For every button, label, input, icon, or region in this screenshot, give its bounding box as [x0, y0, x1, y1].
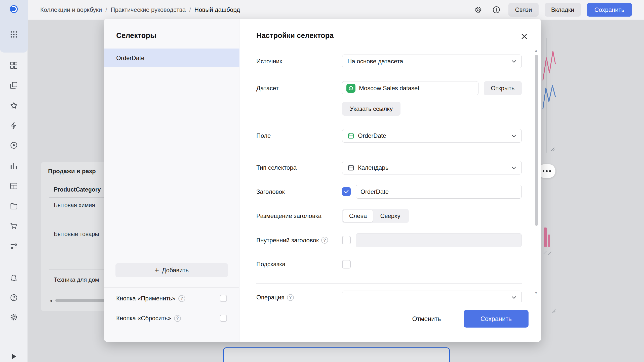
breadcrumb-workbook[interactable]: Практические руководства — [111, 6, 186, 13]
selector-type-label: Тип селектора — [256, 161, 297, 174]
sidebar-item-marketplace[interactable] — [8, 220, 20, 233]
section-divider — [256, 283, 522, 284]
plus-icon: + — [155, 267, 159, 274]
chevron-down-icon — [510, 294, 517, 301]
selectors-dialog: Селекторы OrderDate + Добавить Кнопка «П… — [104, 19, 541, 342]
dataset-label: Датасет — [256, 81, 279, 95]
help-icon[interactable]: ? — [174, 315, 181, 322]
top-bar: Коллекции и воркбуки / Практические руко… — [28, 0, 644, 20]
sidebar-item-charts[interactable] — [8, 160, 20, 172]
open-dataset-button[interactable]: Открыть — [484, 81, 522, 95]
dialog-scrollbar[interactable]: ▴ ▾ — [533, 48, 539, 295]
chevron-down-icon — [510, 58, 517, 65]
info-icon — [492, 6, 501, 14]
section-divider — [256, 153, 522, 153]
save-dashboard-button[interactable]: Сохранить — [587, 3, 632, 17]
close-icon — [519, 32, 529, 41]
reset-button-label: Кнопка «Сбросить» ? — [116, 311, 181, 325]
sidebar-item-dashboards[interactable] — [8, 180, 20, 192]
datalens-logo[interactable] — [8, 3, 20, 15]
sidebar-item-files[interactable] — [8, 200, 20, 212]
sidebar-item-services-settings[interactable] — [8, 240, 20, 253]
breadcrumb: Коллекции и воркбуки / Практические руко… — [40, 6, 240, 13]
specify-link-button[interactable]: Указать ссылку — [342, 102, 400, 116]
operation-label-text: Операция — [256, 294, 285, 301]
source-label-text: Источник — [256, 58, 282, 65]
apps-grid-icon — [10, 30, 18, 39]
sidebar-item-collections[interactable] — [8, 79, 20, 92]
apply-button-label: Кнопка «Применить» ? — [116, 291, 185, 305]
close-dialog-button[interactable] — [518, 30, 531, 43]
dataset-icon — [346, 84, 355, 93]
star-icon — [10, 101, 18, 110]
help-icon[interactable]: ? — [178, 295, 185, 302]
info-button[interactable] — [490, 4, 502, 16]
check-icon — [343, 189, 349, 195]
sidebar-item-favorites[interactable] — [8, 99, 20, 112]
title-checkbox[interactable] — [342, 187, 351, 196]
field-value: OrderDate — [358, 132, 386, 139]
cart-icon — [10, 222, 18, 231]
apply-button-text: Кнопка «Применить» — [116, 295, 175, 302]
inner-title-input[interactable] — [356, 233, 522, 247]
more-icon — [543, 170, 544, 172]
target-icon — [10, 141, 18, 150]
help-icon[interactable]: ? — [321, 237, 328, 244]
sliders-icon — [10, 242, 18, 251]
breadcrumb-collections[interactable]: Коллекции и воркбуки — [40, 6, 102, 13]
source-value: На основе датасета — [347, 58, 403, 65]
reset-button-checkbox[interactable] — [220, 315, 227, 322]
datalens-logo-icon — [10, 5, 18, 13]
title-placement-segmented: Слева Сверху — [342, 209, 409, 223]
sidebar-item-widgets[interactable] — [8, 59, 20, 72]
sidebar-item-datasets[interactable] — [8, 139, 20, 152]
collapse-panel-button[interactable] — [9, 351, 19, 361]
sidebar-item-support[interactable] — [8, 291, 20, 304]
placement-option-left[interactable]: Слева — [343, 210, 373, 222]
panel-divider — [104, 287, 239, 288]
apply-button-checkbox[interactable] — [220, 295, 227, 302]
settings-panel-title: Настройки селектора — [256, 31, 334, 40]
settings-button[interactable] — [472, 4, 484, 16]
sidebar-item-all-services[interactable] — [8, 28, 20, 41]
scroll-up-icon[interactable]: ▴ — [533, 48, 539, 53]
title-placement-label: Размещение заголовка — [256, 209, 321, 223]
sidebar-item-notifications[interactable] — [8, 271, 20, 284]
title-label: Заголовок — [256, 185, 285, 199]
placement-option-top[interactable]: Сверху — [373, 210, 408, 222]
sidebar-item-settings[interactable] — [8, 311, 20, 324]
squares-icon — [10, 61, 18, 70]
add-selector-label: Добавить — [162, 267, 189, 274]
left-nav-rail — [0, 0, 28, 362]
source-label: Источник — [256, 55, 282, 68]
chevron-down-icon — [510, 164, 517, 171]
selector-item-label: OrderDate — [116, 49, 144, 67]
dataset-name: Moscow Sales dataset — [359, 85, 419, 92]
add-selector-button[interactable]: + Добавить — [115, 263, 228, 277]
dataset-field[interactable]: Moscow Sales dataset — [342, 81, 478, 95]
selector-list-item-orderdate[interactable]: OrderDate — [104, 49, 239, 67]
sidebar-item-connections[interactable] — [8, 119, 20, 132]
selectors-panel-title: Селекторы — [116, 31, 156, 40]
hint-label: Подсказка — [256, 260, 286, 268]
chart-icon — [10, 162, 18, 170]
field-select[interactable]: OrderDate — [342, 129, 522, 143]
tabs-button[interactable]: Вкладки — [545, 3, 581, 17]
gear-icon — [10, 313, 18, 322]
cancel-button[interactable]: Отменить — [401, 310, 452, 328]
selector-type-select[interactable]: Календарь — [342, 161, 522, 174]
calendar-icon — [347, 164, 354, 171]
hint-checkbox[interactable] — [342, 260, 351, 268]
scroll-down-icon[interactable]: ▾ — [533, 290, 539, 295]
reset-button-text: Кнопка «Сбросить» — [116, 315, 171, 322]
help-icon[interactable]: ? — [287, 294, 294, 301]
source-select[interactable]: На основе датасета — [342, 55, 522, 68]
save-selector-button[interactable]: Сохранить — [464, 310, 529, 328]
title-input[interactable] — [356, 185, 522, 199]
play-icon — [9, 352, 18, 361]
relations-button[interactable]: Связи — [508, 3, 538, 17]
calendar-icon — [347, 132, 354, 139]
scrollbar-thumb[interactable] — [535, 55, 538, 226]
inner-title-checkbox[interactable] — [342, 236, 351, 244]
breadcrumb-separator: / — [189, 6, 191, 13]
